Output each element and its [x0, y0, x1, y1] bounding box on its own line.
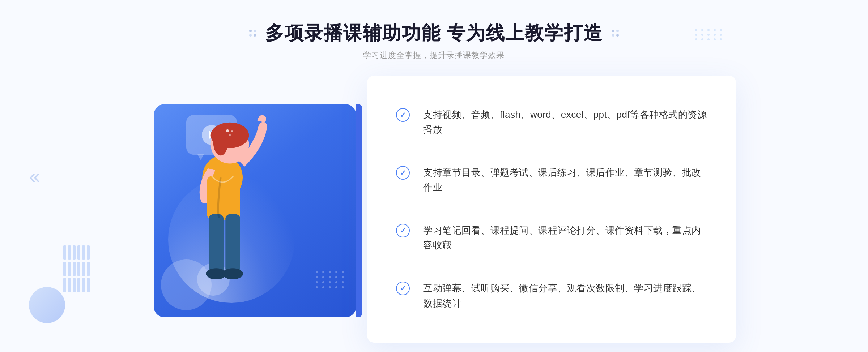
check-icon-3: ✓ [396, 224, 410, 238]
decorative-dots-top-right [695, 29, 723, 40]
check-mark-4: ✓ [400, 284, 406, 293]
feature-text-1: 支持视频、音频、flash、word、excel、ppt、pdf等各种格式的资源… [423, 107, 707, 137]
sparkle-left [249, 30, 256, 37]
check-mark-3: ✓ [400, 226, 406, 235]
illustration-area [132, 86, 378, 332]
check-icon-1: ✓ [396, 108, 410, 123]
left-chevron-icon: « [29, 164, 40, 188]
subtitle: 学习进度全掌握，提升录播课教学效果 [249, 50, 619, 61]
feature-item-1: ✓ 支持视频、音频、flash、word、excel、ppt、pdf等各种格式的… [396, 94, 707, 151]
svg-rect-5 [209, 214, 224, 273]
sparkle-near-figure [226, 129, 233, 136]
main-content: ✓ 支持视频、音频、flash、word、excel、ppt、pdf等各种格式的… [109, 79, 760, 339]
feature-item-3: ✓ 学习笔记回看、课程提问、课程评论打分、课件资料下载，重点内容收藏 [396, 209, 707, 267]
header-decorators: 多项录播课辅助功能 专为线上教学打造 [249, 22, 619, 44]
check-icon-2: ✓ [396, 166, 410, 180]
check-mark-1: ✓ [400, 111, 406, 119]
check-mark-2: ✓ [400, 168, 406, 177]
main-title: 多项录播课辅助功能 专为线上教学打造 [265, 22, 603, 44]
feature-text-2: 支持章节目录、弹题考试、课后练习、课后作业、章节测验、批改作业 [423, 165, 707, 195]
header-section: 多项录播课辅助功能 专为线上教学打造 学习进度全掌握，提升录播课教学效果 [249, 22, 619, 61]
features-card: ✓ 支持视频、音频、flash、word、excel、ppt、pdf等各种格式的… [367, 76, 736, 343]
blue-strip-deco [356, 104, 362, 317]
bottom-left-circle-deco [29, 287, 65, 323]
svg-point-8 [222, 269, 243, 279]
svg-rect-6 [225, 214, 240, 273]
feature-item-4: ✓ 互动弹幕、试听购买、微信分享、观看次数限制、学习进度跟踪、数据统计 [396, 267, 707, 325]
stripe-deco [63, 245, 87, 292]
feature-text-4: 互动弹幕、试听购买、微信分享、观看次数限制、学习进度跟踪、数据统计 [423, 281, 707, 311]
feature-text-3: 学习笔记回看、课程提问、课程评论打分、课件资料下载，重点内容收藏 [423, 223, 707, 253]
feature-item-2: ✓ 支持章节目录、弹题考试、课后练习、课后作业、章节测验、批改作业 [396, 151, 707, 209]
check-icon-4: ✓ [396, 282, 410, 296]
human-figure [154, 104, 284, 332]
page-wrapper: 多项录播课辅助功能 专为线上教学打造 学习进度全掌握，提升录播课教学效果 « [0, 0, 868, 352]
card-dots-grid [316, 271, 345, 288]
sparkle-right [612, 30, 619, 37]
